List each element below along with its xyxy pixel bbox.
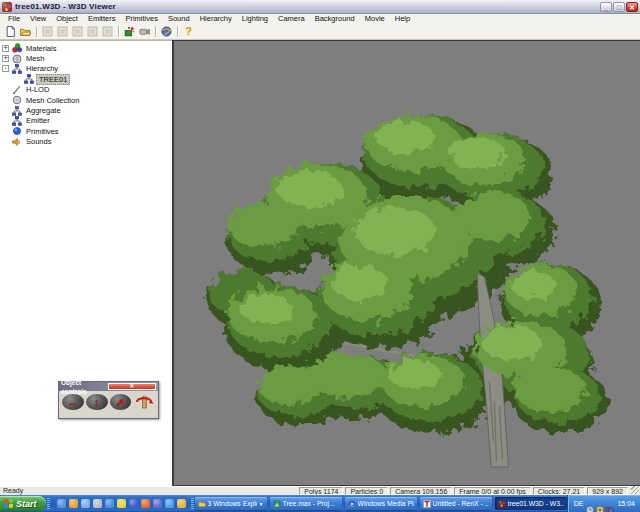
tree-item-mesh-collection[interactable]: Mesh Collection <box>0 95 172 105</box>
menu-item-movie[interactable]: Movie <box>360 14 390 24</box>
tree-item-materials[interactable]: +Materials <box>0 43 172 53</box>
mesh-icon <box>11 54 22 64</box>
quick-launch-handle[interactable] <box>47 498 50 510</box>
tree-item-mesh[interactable]: +Mesh <box>0 53 172 63</box>
clock-tray-icon[interactable] <box>586 500 594 508</box>
taskbar: Start 3 Windows Explo...▼Tree.max - Proj… <box>0 495 640 512</box>
taskbar-clock[interactable]: 15:04 <box>617 500 635 507</box>
tree-item-h-lod[interactable]: H-LOD <box>0 85 172 95</box>
taskband-handle[interactable] <box>191 498 194 510</box>
toolbar-separator <box>177 26 178 37</box>
status-ready-text: Ready <box>0 487 297 495</box>
tree-item-label: Hierarchy <box>24 64 60 73</box>
anim-2-toolbar-button <box>55 25 70 38</box>
menu-item-help[interactable]: Help <box>390 14 415 24</box>
language-indicator[interactable]: DE <box>574 500 584 507</box>
firefox-icon[interactable] <box>141 499 150 508</box>
v-app-icon[interactable] <box>117 499 126 508</box>
status-panel-0: Polys 1174 <box>299 487 343 495</box>
tree-item-label: Mesh <box>24 54 46 63</box>
object-controls-window[interactable]: Object controls ✕ ↔↕➚ <box>58 381 159 419</box>
media-player-icon <box>348 500 356 508</box>
internet-shortcut-icon[interactable] <box>57 499 66 508</box>
word-icon[interactable] <box>129 499 138 508</box>
menu-item-hierarchy[interactable]: Hierarchy <box>195 14 237 24</box>
window-titlebar[interactable]: tree01.W3D - W3D Viewer _ □ ✕ <box>0 0 640 14</box>
taskbar-button-label: 3 Windows Explo... <box>208 498 257 510</box>
menu-item-lighting[interactable]: Lighting <box>237 14 273 24</box>
close-icon[interactable]: ✕ <box>108 383 157 390</box>
system-tray: DE 15:04 <box>567 495 640 512</box>
tree-item-aggregate[interactable]: Aggregate <box>0 105 172 115</box>
materials-icon <box>11 43 22 53</box>
object-controls-titlebar[interactable]: Object controls ✕ <box>59 382 158 391</box>
taskbar-button-3-windows-explo-[interactable]: 3 Windows Explo...▼ <box>195 497 267 510</box>
tree-item-label: Sounds <box>24 137 53 146</box>
anim-control-icon <box>72 23 83 41</box>
toolbar-separator <box>36 26 37 37</box>
display-tray-icon[interactable] <box>606 500 614 508</box>
taskbar-button-tree01-w3d-w3-[interactable]: tree01.W3D - W3... <box>495 497 567 510</box>
new-toolbar-button[interactable] <box>3 25 18 38</box>
winamp-icon[interactable] <box>177 499 186 508</box>
collapse-icon[interactable]: - <box>2 65 9 72</box>
purple-app-icon[interactable] <box>153 499 162 508</box>
status-panel-5: 929 x 892 <box>587 487 628 495</box>
rotate-z-button[interactable]: ➚ <box>110 394 132 410</box>
tree-item-tree01[interactable]: TREE01 <box>0 74 172 84</box>
tree-item-emitter[interactable]: Emitter <box>0 116 172 126</box>
hlod-icon <box>11 85 22 95</box>
tree-item-label: Primitives <box>24 127 61 136</box>
emitter-toolbar-icon <box>124 23 135 41</box>
taskbar-button-untitled-renx-[interactable]: Untitled - RenX - ... <box>420 497 492 510</box>
taskbar-buttons: 3 Windows Explo...▼Tree.max - Proj...Win… <box>195 497 567 510</box>
gray-app-icon[interactable] <box>93 499 102 508</box>
camera-toolbar-icon <box>139 23 150 41</box>
open-toolbar-button[interactable] <box>18 25 33 38</box>
media-player-icon[interactable] <box>105 499 114 508</box>
menu-item-background[interactable]: Background <box>310 14 360 24</box>
resize-grip[interactable] <box>631 486 639 494</box>
expand-icon[interactable]: + <box>2 55 9 62</box>
quick-launch-bar <box>51 499 190 508</box>
emitter-toolbar-button[interactable] <box>122 25 137 38</box>
taskbar-button-tree-max-proj-[interactable]: Tree.max - Proj... <box>270 497 342 510</box>
object-controls-body: ↔↕➚ <box>59 391 158 413</box>
background-toolbar-button[interactable] <box>159 25 174 38</box>
internet-explorer-icon[interactable] <box>165 499 174 508</box>
sounds-icon <box>11 137 22 147</box>
expand-icon[interactable]: + <box>2 45 9 52</box>
help-toolbar-button[interactable]: ? <box>181 25 196 38</box>
minimize-button[interactable]: _ <box>600 2 612 12</box>
camera-toolbar-button[interactable] <box>137 25 152 38</box>
toolbar-separator <box>155 26 156 37</box>
tree-item-sounds[interactable]: Sounds <box>0 137 172 147</box>
menu-item-camera[interactable]: Camera <box>273 14 310 24</box>
tree-item-label: Materials <box>24 44 58 53</box>
rotate-x-button[interactable]: ↔ <box>62 394 84 410</box>
max-file-icon <box>273 500 281 508</box>
mesh-collection-icon <box>11 95 22 105</box>
taskbar-button-label: Windows Media Pla... <box>358 498 414 510</box>
volume-tray-icon[interactable] <box>596 500 604 508</box>
globe-icon <box>161 23 172 41</box>
rotate-y-button[interactable]: ↕ <box>86 394 108 410</box>
show-desktop-icon[interactable] <box>81 499 90 508</box>
asset-tree-panel: +Materials+Mesh-HierarchyTREE01H-LODMesh… <box>0 40 172 486</box>
close-button[interactable]: ✕ <box>626 2 638 12</box>
renx-icon <box>423 500 431 508</box>
hierarchy-icon <box>11 64 22 74</box>
w3d-app-icon <box>2 2 12 12</box>
tree-item-hierarchy[interactable]: -Hierarchy <box>0 64 172 74</box>
orange-app-icon[interactable] <box>69 499 78 508</box>
taskbar-button-windows-media-pla-[interactable]: Windows Media Pla... <box>345 497 417 510</box>
folder-icon <box>198 500 206 508</box>
anim-control-icon <box>42 23 53 41</box>
rotate-axis-button[interactable] <box>133 393 155 411</box>
tree-item-primitives[interactable]: Primitives <box>0 126 172 136</box>
viewport-3d[interactable] <box>174 40 640 486</box>
anim-control-icon <box>102 23 113 41</box>
start-button[interactable]: Start <box>0 496 46 511</box>
maximize-button[interactable]: □ <box>613 2 625 12</box>
aggregate-icon <box>11 106 22 116</box>
